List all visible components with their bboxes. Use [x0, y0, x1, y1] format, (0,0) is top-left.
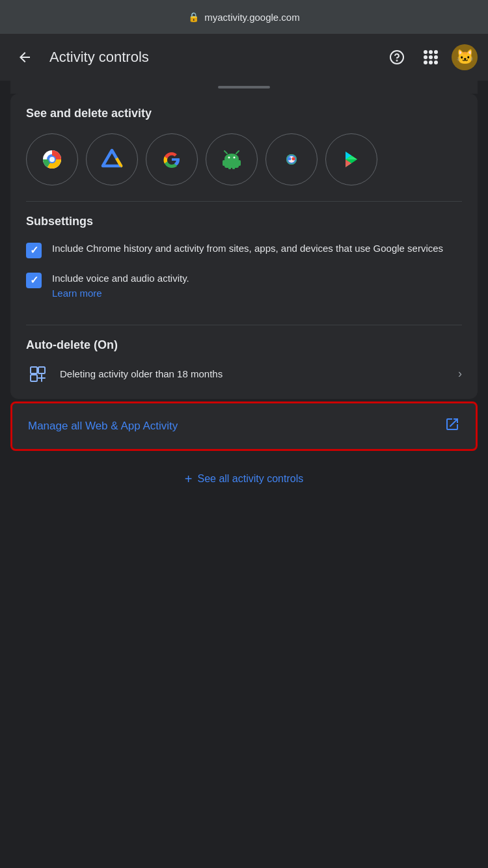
app-header: Activity controls 🐱 [0, 34, 488, 81]
svg-point-22 [292, 157, 295, 161]
grid-icon [424, 50, 438, 64]
checkbox-1[interactable]: ✓ [26, 243, 42, 258]
app-icon-chrome[interactable] [26, 133, 78, 185]
learn-more-link[interactable]: Learn more [52, 288, 189, 299]
svg-point-15 [234, 157, 236, 159]
svg-rect-29 [38, 367, 45, 373]
see-all-section[interactable]: + See all activity controls [0, 451, 488, 502]
autodelete-description: Deleting activity older than 18 months [60, 368, 448, 379]
svg-point-1 [397, 61, 398, 61]
svg-point-5 [49, 157, 55, 162]
svg-point-13 [224, 154, 239, 164]
manage-all-section: Manage all Web & App Activity [10, 401, 478, 451]
apps-button[interactable] [418, 44, 444, 70]
see-all-label: See all activity controls [197, 473, 303, 485]
app-icon-assistant[interactable] [265, 133, 318, 185]
app-icon-android[interactable] [206, 133, 258, 185]
app-icon-google[interactable] [146, 133, 198, 185]
autodelete-title: Auto-delete (On) [26, 338, 462, 352]
app-icon-ads[interactable] [86, 133, 138, 185]
svg-rect-28 [31, 367, 37, 373]
external-link-icon [444, 416, 460, 436]
checkbox-label-2-wrap: Include voice and audio activity. Learn … [52, 271, 189, 299]
svg-rect-30 [31, 375, 37, 381]
see-delete-title: See and delete activity [26, 107, 462, 120]
content-card: See and delete activity [10, 94, 478, 399]
see-delete-section: See and delete activity [10, 94, 478, 201]
help-button[interactable] [384, 44, 410, 70]
checkmark-2: ✓ [30, 275, 38, 286]
autodelete-icon [26, 362, 49, 386]
autodelete-section: Auto-delete (On) Deleting activity older… [10, 325, 478, 399]
subsettings-title: Subsettings [26, 215, 462, 228]
browser-url: myactivity.google.com [204, 12, 299, 23]
svg-rect-12 [232, 165, 235, 169]
svg-point-21 [288, 157, 291, 161]
checkmark-1: ✓ [30, 245, 38, 256]
app-icon-play[interactable] [325, 133, 377, 185]
manage-all-button[interactable]: Manage all Web & App Activity [10, 401, 478, 451]
header-icons: 🐱 [384, 44, 478, 70]
checkbox-row-2: ✓ Include voice and audio activity. Lear… [26, 271, 462, 299]
svg-rect-9 [223, 160, 225, 166]
autodelete-row[interactable]: Deleting activity older than 18 months › [26, 362, 462, 386]
see-all-plus-icon: + [185, 472, 193, 487]
chevron-right-icon: › [458, 367, 462, 381]
svg-rect-11 [228, 165, 231, 169]
scroll-hint-bar [218, 86, 270, 88]
browser-bar: 🔒 myactivity.google.com [0, 0, 488, 34]
svg-rect-10 [238, 160, 241, 166]
back-button[interactable] [10, 43, 39, 72]
svg-line-17 [236, 151, 239, 154]
app-icons-row [26, 133, 462, 191]
avatar[interactable]: 🐱 [452, 44, 478, 70]
checkbox-label-2: Include voice and audio activity. [52, 273, 189, 284]
checkbox-2[interactable]: ✓ [26, 273, 42, 288]
lock-icon: 🔒 [188, 12, 199, 22]
manage-all-label: Manage all Web & App Activity [28, 420, 178, 433]
page-title: Activity controls [49, 49, 373, 66]
checkbox-label-1: Include Chrome history and activity from… [52, 241, 443, 256]
checkbox-row-1: ✓ Include Chrome history and activity fr… [26, 241, 462, 258]
svg-line-16 [224, 151, 227, 154]
subsettings-section: Subsettings ✓ Include Chrome history and… [10, 202, 478, 325]
svg-point-14 [228, 157, 230, 159]
